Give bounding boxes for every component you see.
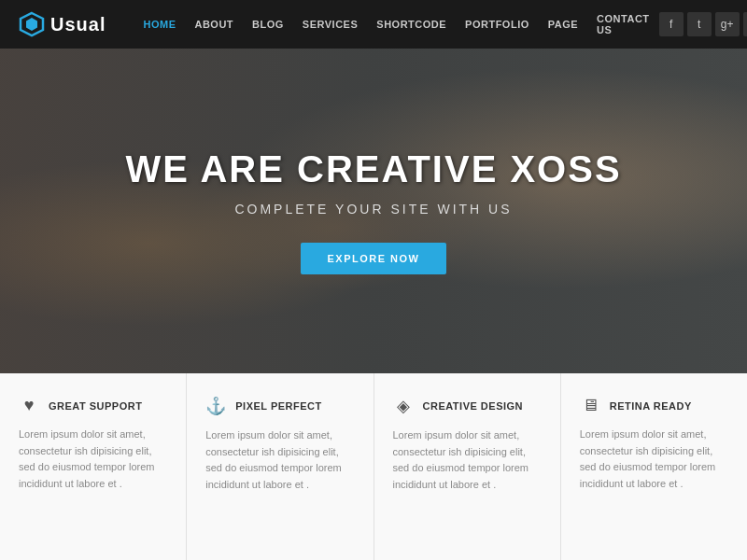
feature-text-2: Lorem ipsum dolor sit amet, consectetur … [393, 427, 542, 493]
feature-title-3: RETINA READY [610, 400, 692, 412]
hero-subtitle: COMPLETE YOUR SITE WITH US [125, 202, 621, 217]
feature-card-1: ⚓PIXEL PERFECTLorem ipsum dolor sit amet… [187, 373, 374, 560]
nav-item-blog[interactable]: BLOG [243, 19, 293, 30]
logo-text: Usual [50, 14, 106, 35]
social-icons: ftg+p [659, 12, 747, 36]
nav-links: HOMEABOUTBLOGSERVICESSHORTCODEPORTFOLIOP… [134, 13, 658, 35]
googleplus-icon[interactable]: g+ [715, 12, 740, 36]
nav-item-home[interactable]: HOME [134, 19, 185, 30]
feature-title-0: GREAT SUPPORT [49, 400, 142, 412]
nav-item-contact-us[interactable]: CONTACT US [587, 13, 658, 35]
hero-content: WE ARE CREATIVE XOSS COMPLETE YOUR SITE … [125, 148, 621, 274]
feature-text-0: Lorem ipsum dolor sit amet, consectetur … [19, 427, 167, 492]
nav-item-shortcode[interactable]: SHORTCODE [367, 19, 456, 30]
facebook-icon[interactable]: f [659, 12, 684, 36]
feature-icon-3: 🖥 [580, 396, 600, 415]
feature-icon-1: ⚓ [205, 396, 226, 416]
feature-title-1: PIXEL PERFECT [235, 400, 321, 412]
hero-title: WE ARE CREATIVE XOSS [125, 148, 621, 190]
feature-text-1: Lorem ipsum dolor sit amet, consectetur … [205, 427, 354, 493]
feature-card-3: 🖥RETINA READYLorem ipsum dolor sit amet,… [561, 373, 747, 560]
nav-item-about[interactable]: ABOUT [185, 19, 243, 30]
nav-item-page[interactable]: PAGE [539, 19, 587, 30]
logo-icon [19, 11, 45, 37]
explore-button[interactable]: EXPLORE NOW [301, 243, 445, 274]
logo-area[interactable]: Usual [19, 11, 106, 37]
feature-icon-0: ♥ [19, 396, 39, 415]
feature-header-0: ♥GREAT SUPPORT [19, 396, 167, 415]
features-section: ♥GREAT SUPPORTLorem ipsum dolor sit amet… [0, 373, 747, 560]
feature-text-3: Lorem ipsum dolor sit amet, consectetur … [580, 427, 728, 492]
hero-section: WE ARE CREATIVE XOSS COMPLETE YOUR SITE … [0, 49, 747, 373]
nav-item-services[interactable]: SERVICES [293, 19, 367, 30]
feature-card-2: ◈CREATIVE DESIGNLorem ipsum dolor sit am… [374, 373, 561, 560]
pinterest-icon[interactable]: p [743, 12, 747, 36]
feature-header-2: ◈CREATIVE DESIGN [393, 396, 542, 416]
feature-title-2: CREATIVE DESIGN [423, 400, 524, 412]
svg-marker-1 [26, 18, 37, 31]
feature-icon-2: ◈ [393, 396, 414, 416]
nav-item-portfolio[interactable]: PORTFOLIO [456, 19, 539, 30]
feature-header-1: ⚓PIXEL PERFECT [205, 396, 354, 416]
feature-card-0: ♥GREAT SUPPORTLorem ipsum dolor sit amet… [0, 373, 187, 560]
twitter-icon[interactable]: t [687, 12, 712, 36]
feature-header-3: 🖥RETINA READY [580, 396, 728, 415]
navbar: Usual HOMEABOUTBLOGSERVICESSHORTCODEPORT… [0, 0, 747, 49]
